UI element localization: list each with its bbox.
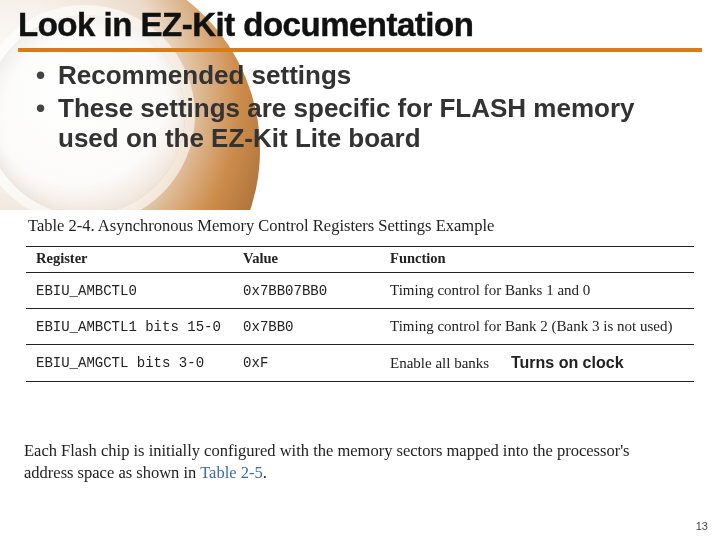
settings-table: Register Value Function EBIU_AMBCTL0 0x7… <box>26 246 694 382</box>
slide: Look in EZ-Kit documentation Recommended… <box>0 0 720 540</box>
cell-function-text: Enable all banks <box>390 355 489 371</box>
cell-value: 0x7BB07BB0 <box>233 273 380 309</box>
title-underline <box>18 48 702 52</box>
cell-function: Timing control for Bank 2 (Bank 3 is not… <box>380 309 694 345</box>
table-row: EBIU_AMGCTL bits 3-0 0xF Enable all bank… <box>26 345 694 382</box>
table-row: EBIU_AMBCTL0 0x7BB07BB0 Timing control f… <box>26 273 694 309</box>
col-value: Value <box>233 247 380 273</box>
table-block: Table 2-4. Asynchronous Memory Control R… <box>0 210 720 398</box>
table-row: EBIU_AMBCTL1 bits 15-0 0x7BB0 Timing con… <box>26 309 694 345</box>
page-number: 13 <box>696 520 708 532</box>
cell-register: EBIU_AMGCTL bits 3-0 <box>26 345 233 382</box>
annotation-turns-on-clock: Turns on clock <box>511 354 624 371</box>
cell-value: 0x7BB0 <box>233 309 380 345</box>
paragraph-text: Each Flash chip is initially configured … <box>24 441 630 482</box>
cell-function: Enable all banks Turns on clock <box>380 345 694 382</box>
cell-register: EBIU_AMBCTL1 bits 15-0 <box>26 309 233 345</box>
col-register: Register <box>26 247 233 273</box>
table-header-row: Register Value Function <box>26 247 694 273</box>
bullet-item: These settings are specific for FLASH me… <box>36 93 702 154</box>
bullet-list: Recommended settings These settings are … <box>36 60 702 154</box>
cell-function: Timing control for Banks 1 and 0 <box>380 273 694 309</box>
table-caption: Table 2-4. Asynchronous Memory Control R… <box>28 216 694 236</box>
cell-value: 0xF <box>233 345 380 382</box>
cell-register: EBIU_AMBCTL0 <box>26 273 233 309</box>
slide-title: Look in EZ-Kit documentation <box>18 6 702 44</box>
table-reference-link: Table 2-5 <box>200 463 263 482</box>
col-function: Function <box>380 247 694 273</box>
bullet-item: Recommended settings <box>36 60 702 91</box>
paragraph-after-table: Each Flash chip is initially configured … <box>24 440 660 485</box>
paragraph-suffix: . <box>263 463 267 482</box>
